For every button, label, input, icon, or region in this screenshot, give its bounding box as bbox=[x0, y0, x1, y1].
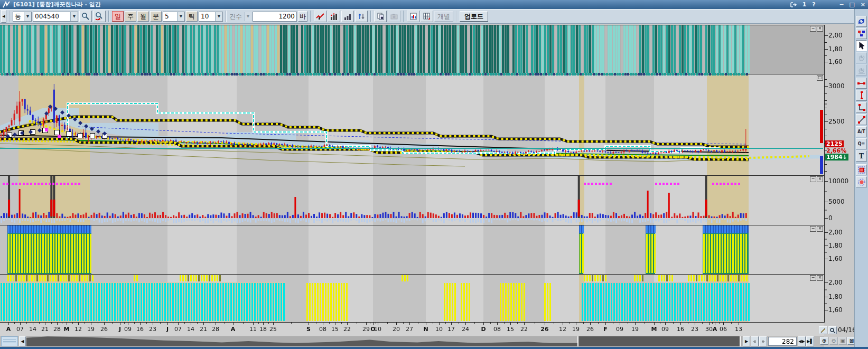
panel5-close-button[interactable]: × bbox=[817, 275, 823, 281]
zoom-in-button[interactable]: ⊕ bbox=[820, 337, 828, 345]
tick-button[interactable]: 틱 bbox=[186, 11, 198, 22]
go-to-end-button[interactable]: ▶▌ bbox=[806, 336, 814, 346]
scroll-right-button[interactable]: ▶ bbox=[743, 336, 750, 346]
period-month-button[interactable]: 월 bbox=[137, 11, 149, 22]
logout-icon[interactable] bbox=[790, 2, 797, 7]
titlebar[interactable]: [6101] [통합]깨끗한나라 - 일간 1 ? ─ □ × bbox=[0, 0, 868, 9]
period-day-button[interactable]: 일 bbox=[112, 11, 124, 22]
scroll-left-button[interactable]: ◀ bbox=[19, 336, 26, 346]
panel4-minimize-button[interactable]: − bbox=[810, 226, 816, 232]
separator bbox=[108, 11, 109, 22]
jump-left-button[interactable]: « bbox=[751, 336, 759, 346]
window-group-icon[interactable] bbox=[856, 28, 867, 39]
separator bbox=[403, 11, 404, 22]
chart-canvas[interactable] bbox=[0, 24, 868, 349]
grid-button[interactable] bbox=[421, 11, 433, 22]
circle-tool-icon[interactable] bbox=[856, 176, 867, 187]
separator bbox=[456, 11, 457, 22]
chart-line-button[interactable] bbox=[314, 11, 326, 22]
chart-window: [6101] [통합]깨끗한나라 - 일간 1 ? ─ □ × ◀ 통▼ 004… bbox=[0, 0, 868, 349]
individual-button: 개별 bbox=[434, 11, 453, 22]
window-title: [6101] [통합]깨끗한나라 - 일간 bbox=[13, 1, 101, 8]
fit-button: ▣ bbox=[838, 337, 847, 345]
trend-line-tool-icon[interactable] bbox=[856, 114, 867, 125]
help-button[interactable]: ? bbox=[812, 1, 815, 8]
text-tool-icon[interactable]: T bbox=[856, 150, 867, 162]
main-panel-restore-button[interactable]: □ bbox=[817, 75, 823, 81]
bars-unit-label: 바 bbox=[298, 11, 307, 22]
separator bbox=[226, 11, 227, 22]
refresh-icon[interactable] bbox=[856, 16, 867, 27]
separator bbox=[370, 11, 371, 22]
hand-draw-icon bbox=[856, 64, 867, 76]
angle-line-tool-icon[interactable] bbox=[856, 102, 867, 113]
scrollbar-grip[interactable] bbox=[1, 336, 18, 346]
chevron-down-icon[interactable]: ▼ bbox=[215, 12, 222, 21]
magnifier-tool-button[interactable] bbox=[828, 326, 837, 334]
minimize-button[interactable]: ─ bbox=[840, 1, 844, 8]
volume-chart-button[interactable] bbox=[328, 11, 340, 22]
hand-edit-icon bbox=[856, 52, 867, 63]
panel4-close-button[interactable]: × bbox=[817, 226, 823, 232]
separator bbox=[310, 11, 311, 22]
chevron-down-icon[interactable]: ▼ bbox=[70, 12, 78, 21]
text-at-tool-icon[interactable]: A/T bbox=[856, 126, 867, 137]
minute-value-combo[interactable]: 5▼ bbox=[163, 12, 185, 22]
rect-tool-icon[interactable] bbox=[856, 164, 867, 175]
screen-number[interactable]: 1 bbox=[802, 1, 807, 8]
period-minute-button[interactable]: 분 bbox=[150, 11, 162, 22]
market-type-combo[interactable]: 통▼ bbox=[13, 12, 32, 22]
report-button[interactable] bbox=[407, 11, 419, 22]
current-price-tag: 2125 bbox=[825, 140, 844, 147]
volume-panel-close-button[interactable]: × bbox=[817, 176, 823, 182]
pencil-tool-button[interactable] bbox=[819, 326, 827, 334]
sort-arrows-button[interactable] bbox=[355, 11, 368, 22]
memo-tool-icon[interactable]: Q≡ bbox=[856, 138, 867, 149]
vline-tool-icon[interactable] bbox=[856, 90, 867, 101]
count-combo: ▼ bbox=[244, 12, 251, 21]
bar-count-input[interactable] bbox=[768, 337, 797, 346]
toolbar: ◀ 통▼ 004540▼ 일 주 월 분 5▼ 틱 10▼ 건수 ▼ 바 bbox=[0, 9, 854, 24]
expand-range-button[interactable]: ◀▶ bbox=[798, 336, 806, 346]
app-logo-icon bbox=[3, 1, 11, 8]
hline-tool-icon[interactable] bbox=[856, 78, 867, 89]
volume-panel-minimize-button[interactable]: − bbox=[810, 176, 816, 182]
cursor-icon[interactable] bbox=[856, 40, 867, 51]
prev-button[interactable]: ◀ bbox=[1, 10, 6, 23]
window-bottom-frame bbox=[0, 347, 868, 349]
capture-button bbox=[388, 11, 400, 22]
count-label: 건수 bbox=[229, 12, 242, 21]
panel1-minimize-button[interactable]: − bbox=[810, 26, 816, 32]
search-remove-button[interactable] bbox=[93, 11, 106, 22]
jump-right-button[interactable]: » bbox=[759, 336, 767, 346]
low-price-tag: 1984↓ bbox=[825, 154, 848, 161]
separator bbox=[9, 11, 10, 22]
upload-button[interactable]: 업로드 bbox=[460, 11, 488, 22]
chevron-down-icon[interactable]: ▼ bbox=[177, 12, 184, 21]
zoom-out-button: ⊖ bbox=[829, 337, 838, 345]
copy-doc-button[interactable] bbox=[374, 11, 387, 22]
bars-input[interactable] bbox=[253, 12, 297, 22]
search-button[interactable] bbox=[79, 11, 92, 22]
maximize-button[interactable]: □ bbox=[849, 1, 854, 8]
panel5-minimize-button[interactable]: − bbox=[810, 275, 816, 281]
last-date-label: 04/16 bbox=[838, 326, 856, 334]
panel1-close-button[interactable]: × bbox=[817, 26, 823, 32]
chevron-down-icon[interactable]: ▼ bbox=[24, 12, 31, 21]
drawing-tool-strip: A/T Q≡ T bbox=[854, 9, 868, 347]
symbol-code-combo[interactable]: 004540▼ bbox=[33, 12, 78, 22]
bar-chart-button[interactable] bbox=[341, 11, 354, 22]
tick-value-combo[interactable]: 10▼ bbox=[199, 12, 223, 22]
close-button[interactable]: × bbox=[861, 1, 865, 8]
period-week-button[interactable]: 주 bbox=[125, 11, 136, 22]
